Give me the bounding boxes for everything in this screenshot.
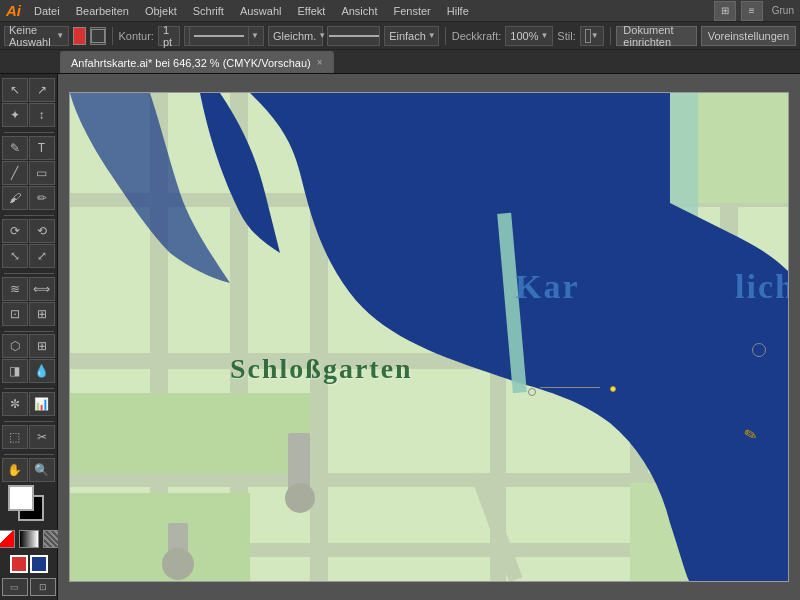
stroke-type-dropdown[interactable]: Einfach ▼ xyxy=(384,26,439,46)
menu-schrift[interactable]: Schrift xyxy=(190,4,227,18)
paint-tools: ⬡ ⊞ ◨ 💧 xyxy=(2,334,56,383)
none-swatch[interactable] xyxy=(0,530,15,548)
hand-tool[interactable]: ✋ xyxy=(2,458,28,482)
menu-datei[interactable]: Datei xyxy=(31,4,63,18)
selection-circle xyxy=(752,343,766,357)
tool-separator-5 xyxy=(4,388,54,389)
tool-separator-4 xyxy=(4,331,54,332)
schlossgarten-label: Schloßgarten xyxy=(230,353,413,385)
anchor-point-2 xyxy=(610,386,616,392)
fill-color-box[interactable] xyxy=(90,27,106,45)
scale-tool[interactable]: ⤡ xyxy=(2,244,28,268)
menu-effekt[interactable]: Effekt xyxy=(294,4,328,18)
document-tab[interactable]: Anfahrtskarte.ai* bei 646,32 % (CMYK/Vor… xyxy=(60,51,334,73)
arrange-icon[interactable]: ⊞ xyxy=(714,1,736,21)
eyedropper-tool[interactable]: 💧 xyxy=(29,359,55,383)
menu-ansicht[interactable]: Ansicht xyxy=(338,4,380,18)
stroke-color-indicator xyxy=(30,555,48,573)
line-tool[interactable]: ╱ xyxy=(2,161,28,185)
anchor-point-1 xyxy=(528,388,536,396)
separator-1 xyxy=(112,27,113,45)
park-area-1 xyxy=(70,393,310,473)
stroke-style-label[interactable]: Gleichm. ▼ xyxy=(268,26,323,46)
symbol-sprayer-tool[interactable]: ✼ xyxy=(2,392,28,416)
deckkraft-value[interactable]: 100% ▼ xyxy=(505,26,553,46)
pen-tool[interactable]: ✎ xyxy=(2,136,28,160)
park-area-4 xyxy=(630,483,789,582)
warp-tool[interactable]: ≋ xyxy=(2,277,28,301)
pencil-tool[interactable]: ✏ xyxy=(29,186,55,210)
document-canvas: Schloßgarten Kar lich ✏ xyxy=(69,92,789,582)
direct-selection-tool[interactable]: ↗ xyxy=(29,78,55,102)
tool-separator-1 xyxy=(4,132,54,133)
stroke-style-dropdown[interactable]: ▼ xyxy=(184,26,264,46)
live-paint-tool[interactable]: ⬡ xyxy=(2,334,28,358)
tool-separator-3 xyxy=(4,273,54,274)
kontur-value-box[interactable]: 1 pt xyxy=(158,26,180,46)
stil-dropdown[interactable]: ▼ xyxy=(580,26,604,46)
separator-3 xyxy=(610,27,611,45)
kar-label: Kar xyxy=(515,268,580,306)
menu-auswahl[interactable]: Auswahl xyxy=(237,4,285,18)
monument-circle-2 xyxy=(162,548,194,580)
canvas-area: Schloßgarten Kar lich ✏ xyxy=(58,74,800,600)
tab-close-button[interactable]: × xyxy=(317,57,323,68)
lich-label: lich xyxy=(735,268,789,306)
title-bar: Ai Datei Bearbeiten Objekt Schrift Auswa… xyxy=(0,0,800,22)
width-tool[interactable]: ⟺ xyxy=(29,277,55,301)
tool-separator-7 xyxy=(4,454,54,455)
title-right-icons: ⊞ ≡ Grun xyxy=(714,1,794,21)
stroke-preview xyxy=(327,26,380,46)
reflect-tool[interactable]: ⟲ xyxy=(29,219,55,243)
selection-tools: ↖ ↗ ✦ ↕ xyxy=(2,78,56,127)
stroke-color-swatch[interactable] xyxy=(73,27,86,45)
left-toolbar: ↖ ↗ ✦ ↕ ✎ T ╱ ▭ 🖌 ✏ xyxy=(0,74,58,600)
tab-bar: Anfahrtskarte.ai* bei 646,32 % (CMYK/Vor… xyxy=(0,50,800,74)
waterway-v1 xyxy=(670,93,698,293)
options-toolbar: Keine Auswahl ▼ Kontur: 1 pt ▼ Gleichm. … xyxy=(0,22,800,50)
tool-separator-2 xyxy=(4,215,54,216)
mesh-tool[interactable]: ⊞ xyxy=(29,334,55,358)
selection-dropdown[interactable]: Keine Auswahl ▼ xyxy=(4,26,69,46)
shape-builder-tool[interactable]: ⊞ xyxy=(29,302,55,326)
fill-swatch[interactable] xyxy=(8,485,34,511)
park-area-5 xyxy=(70,493,250,582)
color-section: ▭ ⊡ xyxy=(0,485,63,600)
path-handle xyxy=(540,387,600,388)
menu-bearbeiten[interactable]: Bearbeiten xyxy=(73,4,132,18)
separator-2 xyxy=(445,27,446,45)
menu-objekt[interactable]: Objekt xyxy=(142,4,180,18)
transform-tools: ⟳ ⟲ ⤡ ⤢ xyxy=(2,219,56,268)
free-transform-tool[interactable]: ⊡ xyxy=(2,302,28,326)
type-tool[interactable]: T xyxy=(29,136,55,160)
paintbrush-tool[interactable]: 🖌 xyxy=(2,186,28,210)
lasso-tool[interactable]: ↕ xyxy=(29,103,55,127)
monument-circle-1 xyxy=(285,483,315,513)
gradient-swatch[interactable] xyxy=(19,530,39,548)
selection-tool[interactable]: ↖ xyxy=(2,78,28,102)
magic-wand-tool[interactable]: ✦ xyxy=(2,103,28,127)
workspace-icon[interactable]: ≡ xyxy=(741,1,763,21)
menu-hilfe[interactable]: Hilfe xyxy=(444,4,472,18)
deckkraft-label: Deckkraft: xyxy=(452,30,502,42)
gradient-tool[interactable]: ◨ xyxy=(2,359,28,383)
slice-tool[interactable]: ✂ xyxy=(29,425,55,449)
tab-title: Anfahrtskarte.ai* bei 646,32 % (CMYK/Vor… xyxy=(71,57,311,69)
rect-tool[interactable]: ▭ xyxy=(29,161,55,185)
drawing-mode-button[interactable]: ⊡ xyxy=(30,578,56,596)
zoom-tool[interactable]: 🔍 xyxy=(29,458,55,482)
menu-bar: Datei Bearbeiten Objekt Schrift Auswahl … xyxy=(31,4,472,18)
menu-fenster[interactable]: Fenster xyxy=(390,4,433,18)
rotate-tool[interactable]: ⟳ xyxy=(2,219,28,243)
column-graph-tool[interactable]: 📊 xyxy=(29,392,55,416)
document-setup-button[interactable]: Dokument einrichten xyxy=(616,26,696,46)
preferences-button[interactable]: Voreinstellungen xyxy=(701,26,796,46)
draw-tools: ✎ T ╱ ▭ 🖌 ✏ xyxy=(2,136,56,210)
tool-separator-6 xyxy=(4,421,54,422)
shear-tool[interactable]: ⤢ xyxy=(29,244,55,268)
app-logo: Ai xyxy=(6,2,21,19)
street-v3 xyxy=(310,93,328,582)
artboard-tool[interactable]: ⬚ xyxy=(2,425,28,449)
screen-mode-button[interactable]: ▭ xyxy=(2,578,28,596)
street-h2 xyxy=(70,353,789,369)
